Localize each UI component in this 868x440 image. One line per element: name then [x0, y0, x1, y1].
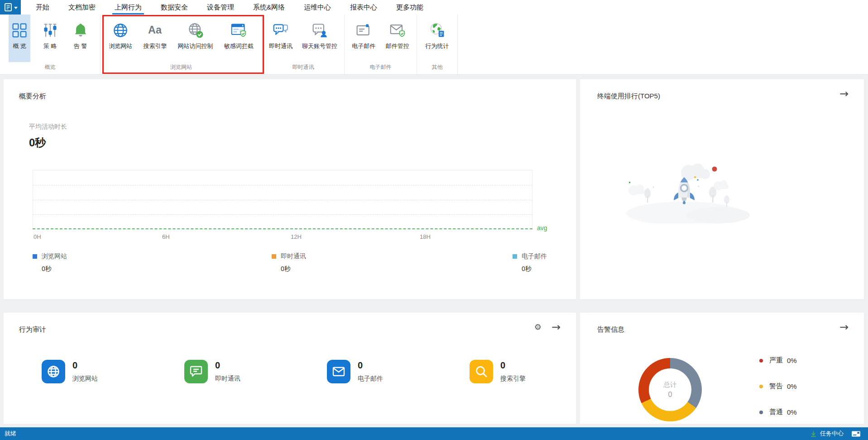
ribbon-item-label: 电子邮件: [352, 42, 375, 50]
ribbon-item-search-engine[interactable]: Aa 搜索引擎: [140, 15, 169, 62]
overview-grid-icon: [11, 20, 28, 41]
ribbon-group-label: 其他: [417, 62, 457, 74]
legend-swatch: [272, 254, 276, 259]
email-icon: [355, 20, 372, 41]
alert-legend-critical: 严重 0%: [759, 356, 797, 365]
mail-stat-icon: [327, 360, 350, 383]
legend-label: 即时通讯: [281, 252, 306, 261]
legend-swatch: [33, 254, 37, 259]
legend-dot: [759, 385, 763, 388]
ribbon-group-label: 浏览网站: [101, 62, 262, 74]
task-center-link[interactable]: 任务中心: [820, 430, 844, 438]
legend-value: 0%: [787, 357, 797, 364]
card-title: 概要分析: [19, 92, 46, 101]
terminal-top5-card: 终端使用排行(TOP5) →: [580, 79, 864, 299]
menu-tabs: 开始 文档加密 上网行为 数据安全 设备管理 系统&网络 运维中心 报表中心 更…: [26, 0, 433, 15]
message-panel-icon[interactable]: [851, 430, 861, 437]
download-icon: [810, 430, 817, 437]
ribbon-filler: [458, 15, 868, 74]
instant-message-icon: [273, 20, 289, 41]
activity-line-chart: [33, 170, 532, 229]
legend-value: 0%: [787, 408, 797, 416]
ribbon: 概 览 策 略 告 警 概览: [0, 15, 868, 75]
legend-label: 浏览网站: [42, 252, 67, 261]
ribbon-item-overview[interactable]: 概 览: [9, 15, 30, 62]
x-tick: 6H: [162, 233, 170, 240]
menu-tab-report-center[interactable]: 报表中心: [340, 0, 387, 15]
arrow-right-icon[interactable]: →: [839, 88, 849, 99]
ribbon-group-other: 行为统计 其他: [417, 15, 458, 74]
legend-swatch: [513, 254, 517, 259]
stat-value: 0: [358, 360, 383, 371]
menu-tab-data-security[interactable]: 数据安全: [151, 0, 197, 15]
alert-legend-normal: 普通 0%: [759, 408, 797, 416]
empty-state-rocket-illustration: [616, 160, 752, 223]
statusbar: 就绪 任务中心: [0, 427, 868, 440]
donut-center-value: 0: [668, 391, 672, 399]
app-menu-icon: [4, 3, 13, 12]
content-area: 概要分析 平均活动时长 0秒 avg 0H 6H 12H 18H 浏览网站 0秒: [0, 75, 868, 427]
menu-tab-device-mgmt[interactable]: 设备管理: [197, 0, 244, 15]
ribbon-item-label: 浏览网站: [109, 42, 132, 50]
legend-label: 电子邮件: [522, 252, 547, 261]
ribbon-item-policy[interactable]: 策 略: [39, 15, 61, 62]
menubar: 开始 文档加密 上网行为 数据安全 设备管理 系统&网络 运维中心 报表中心 更…: [0, 0, 868, 15]
x-tick: 12H: [291, 233, 302, 240]
legend-value: 0%: [787, 382, 797, 390]
ribbon-group-label: 即时通讯: [262, 62, 344, 74]
app-menu-button[interactable]: [0, 0, 21, 15]
x-tick: 0H: [34, 233, 41, 240]
arrow-right-icon[interactable]: →: [839, 322, 849, 333]
chat-stat-icon: [184, 360, 208, 383]
stat-email: 0 电子邮件: [327, 360, 470, 383]
ribbon-item-behavior-stats[interactable]: 行为统计: [423, 15, 452, 62]
stat-value: 0: [500, 360, 526, 371]
ribbon-group-instant-message: 即时通讯 聊天账号管控 即时通讯: [262, 15, 345, 74]
donut-center-label: 总计: [663, 381, 677, 389]
ribbon-item-browse-website[interactable]: 浏览网站: [106, 15, 135, 62]
ribbon-group-email: 电子邮件 邮件管控 电子邮件: [345, 15, 417, 74]
stat-label: 搜索引擎: [500, 375, 526, 383]
ribbon-group-overview: 概 览 策 略 告 警 概览: [0, 15, 101, 74]
ribbon-item-sensitive-word-block[interactable]: 敏感词拦截: [221, 15, 256, 62]
alert-legend: 严重 0% 警告 0% 普通 0%: [759, 356, 797, 416]
alert-donut-chart: 总计 0: [638, 358, 702, 421]
menu-tab-start[interactable]: 开始: [26, 0, 59, 15]
card-title: 告警信息: [597, 325, 624, 334]
avg-activity-value: 0秒: [29, 135, 46, 150]
x-tick: 18H: [420, 233, 431, 240]
arrow-right-icon[interactable]: →: [551, 322, 561, 333]
stat-instant-message: 0 即时通讯: [184, 360, 327, 383]
ribbon-item-label: 策 略: [43, 42, 57, 50]
sensitive-word-block-icon: [230, 20, 247, 41]
stat-value: 0: [215, 360, 240, 371]
ribbon-item-instant-message[interactable]: 即时通讯: [266, 15, 295, 62]
legend-label: 警告: [769, 382, 783, 391]
ribbon-item-alert[interactable]: 告 警: [70, 15, 91, 62]
legend-dot: [759, 359, 763, 363]
avg-activity-label: 平均活动时长: [29, 123, 67, 131]
ribbon-group-label: 概览: [0, 62, 100, 74]
ribbon-item-email-control[interactable]: 邮件管控: [383, 15, 412, 62]
behavior-audit-card: 行为审计 ⚙ → 0 浏览网站: [4, 313, 576, 424]
ribbon-item-email[interactable]: 电子邮件: [349, 15, 378, 62]
card-title: 终端使用排行(TOP5): [597, 92, 660, 101]
ribbon-item-label: 网站访问控制: [178, 42, 213, 50]
menu-tab-system-network[interactable]: 系统&网络: [244, 0, 294, 15]
legend-value: 0秒: [42, 265, 67, 273]
ribbon-item-label: 聊天账号管控: [302, 42, 337, 50]
legend-label: 普通: [769, 408, 783, 416]
menu-tab-doc-encrypt[interactable]: 文档加密: [59, 0, 105, 15]
ribbon-item-website-access-control[interactable]: 网站访问控制: [175, 15, 216, 62]
ribbon-item-chat-account-control[interactable]: 聊天账号管控: [299, 15, 340, 62]
menu-tab-ops-center[interactable]: 运维中心: [294, 0, 340, 15]
ribbon-item-label: 告 警: [74, 42, 87, 50]
menu-tab-more[interactable]: 更多功能: [387, 0, 433, 15]
chat-account-control-icon: [312, 20, 328, 41]
legend-label: 严重: [769, 356, 783, 365]
gear-icon[interactable]: ⚙: [534, 323, 542, 331]
behavior-stats-icon: [429, 20, 446, 41]
website-access-control-icon: [187, 20, 204, 41]
status-ready-text: 就绪: [5, 430, 16, 438]
menu-tab-internet-behavior[interactable]: 上网行为: [105, 0, 151, 15]
